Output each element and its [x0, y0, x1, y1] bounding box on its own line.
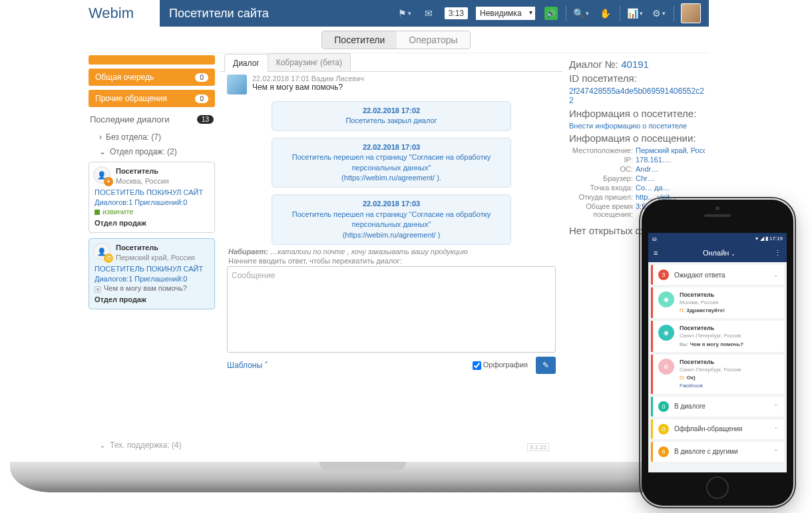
laptop-device: Webim Посетители сайта ⚑▾ ✉ 3:13 Невидим… [10, 0, 715, 492]
section-with-others[interactable]: 6 В диалоге с другими ⌃ [651, 442, 784, 462]
tab-visitors[interactable]: Посетители [322, 31, 397, 49]
visitor-last-msg: Чем я могу вам помочь? [95, 283, 209, 293]
phone-camera-icon [715, 206, 719, 210]
main-area: Общая очередь 0 Прочие обращения 0 После… [83, 53, 709, 452]
chat-tabs: Диалог Кобраузинг (бета) [220, 53, 562, 72]
kv-value: 178.161.… [636, 156, 705, 164]
logo[interactable]: Webim [83, 0, 160, 27]
pill-other-badge: 0 [195, 94, 208, 103]
system-link[interactable]: (https://webim.ru/agreement/ ). [341, 174, 441, 182]
sound-toggle[interactable]: 🔊 [542, 4, 560, 23]
user-avatar[interactable] [681, 3, 701, 23]
kv-value: Chr… [636, 174, 705, 182]
kv-key: Браузер: [569, 174, 636, 182]
visitor-dept: Отдел продаж [95, 295, 209, 305]
visitor-name: Посетитель [680, 325, 779, 333]
visitor-name: Посетитель [116, 243, 209, 253]
operator-avatar-icon [227, 75, 247, 94]
app-screen: Webim Посетители сайта ⚑▾ ✉ 3:13 Невидим… [83, 0, 709, 452]
chevron-down-icon: ⌄ [773, 271, 779, 278]
tab-dialog[interactable]: Диалог [224, 54, 268, 72]
phone-visitor-card[interactable]: ⊕ Посетитель Санкт-Петербург, Россия О: … [651, 355, 784, 394]
operator-message: 22.02.2018 17:01 Вадим Лисевич Чем я мог… [227, 75, 556, 94]
search-icon[interactable]: 🔍▾ [572, 4, 590, 23]
visitor-source: Facebook [680, 383, 779, 389]
spellcheck-checkbox[interactable] [473, 361, 481, 370]
phone-clock: 17:19 [769, 236, 783, 242]
visitor-name: Посетитель [680, 359, 779, 367]
message-input[interactable]: Сообщение [227, 266, 556, 353]
phone-title[interactable]: Онлайн ⌄ [664, 249, 774, 257]
visitor-location: Санкт-Петербург, Россия [680, 333, 779, 339]
operator-msg-text: Чем я могу вам помочь? [252, 83, 364, 92]
visitor-name: Посетитель [116, 166, 209, 176]
send-button[interactable]: ✎ [536, 357, 556, 374]
clock-badge-icon: ⏱ [104, 254, 113, 263]
visitor-location: Пермский край, Россия [116, 253, 209, 263]
system-message: 22.02.2018 17:02 Посетитель закрыл диало… [272, 101, 511, 131]
laptop-base [10, 462, 715, 492]
hand-icon[interactable]: ✋ [596, 4, 614, 23]
flag-icon[interactable]: ⚑▾ [395, 4, 414, 23]
operator-msg-head: 22.02.2018 17:01 Вадим Лисевич [252, 75, 364, 83]
tab-cobrowse[interactable]: Кобраузинг (бета) [268, 53, 351, 71]
home-button[interactable] [706, 476, 729, 499]
tab-operators[interactable]: Операторы [397, 31, 469, 49]
section-label: Ожидают ответа [674, 271, 725, 279]
version-label: 9.1.23 [527, 443, 549, 451]
visitor-id-link[interactable]: 2f247428555a4de5b069591406552c22 [569, 86, 705, 105]
phone-visitor-card[interactable]: ◉ Посетитель Москва, Россия П: Здравству… [651, 287, 784, 318]
mail-icon[interactable]: ✉ [419, 4, 438, 23]
phone-visitor-card[interactable]: ◉ Посетитель Санкт-Петербург, Россия Вы:… [651, 321, 784, 351]
kv-key: Откуда пришел: [569, 193, 636, 201]
count-badge: 0 [658, 401, 669, 412]
app-header: Webim Посетители сайта ⚑▾ ✉ 3:13 Невидим… [83, 0, 709, 27]
logo-text: Webim [89, 5, 134, 22]
system-ts: 22.02.2018 17:03 [279, 199, 504, 209]
enter-visitor-info-link[interactable]: Внести информацию о посетителе [569, 122, 705, 130]
menu-icon[interactable]: ≡ [654, 249, 658, 257]
visitor-avatar-icon: ◉ [658, 291, 674, 307]
templates-link[interactable]: Шаблоны ˄ [227, 361, 268, 370]
phone-more-icon[interactable]: ⋮ [774, 249, 781, 257]
about-visit-title: Информация о посещении: [569, 132, 705, 144]
system-text: Посетитель перешел на страницу "Согласие… [279, 152, 504, 173]
stats-icon[interactable]: 📊▾ [626, 4, 644, 23]
dept-support[interactable]: Тех. поддержка: (4) [83, 438, 220, 452]
kv-key: IP: [569, 156, 636, 164]
chat-body: 22.02.2018 17:01 Вадим Лисевич Чем я мог… [220, 72, 562, 452]
visitor-dept: Отдел продаж [95, 218, 209, 228]
reply-hint: Начните вводить ответ, чтобы перехватить… [228, 257, 556, 265]
recent-dialogs-label: Последние диалоги [90, 114, 170, 124]
section-offline[interactable]: 0 Оффлайн-обращения ⌃ [651, 419, 784, 439]
pill-other[interactable]: Прочие обращения 0 [89, 90, 215, 107]
count-badge: 3 [658, 269, 669, 280]
status-select-input[interactable]: Невидимка [476, 7, 535, 20]
phone-header: ≡ Онлайн ⌄ ⋮ [648, 244, 787, 262]
section-label: В диалоге с другими [674, 448, 737, 455]
system-link[interactable]: (https://webim.ru/agreement/ ) [343, 231, 441, 239]
settings-icon[interactable]: ⚙▾ [650, 4, 668, 23]
dialog-id-link[interactable]: 40191 [621, 59, 649, 70]
pill-other-label: Прочие обращения [95, 94, 167, 103]
section-in-dialog[interactable]: 0 В диалоге ⌃ [651, 397, 784, 417]
spellcheck-toggle[interactable]: Орфография [473, 361, 528, 370]
kv-key: Общее время посещения: [569, 202, 636, 218]
timer-badge: 3:13 [445, 7, 468, 19]
status-select[interactable]: Невидимка [472, 7, 539, 20]
dept-sales[interactable]: Отдел продаж: (2) [83, 144, 220, 159]
kv-key: Точка входа: [569, 184, 636, 192]
visitor-location: Санкт-Петербург, Россия [680, 367, 779, 373]
pill-queue[interactable]: Общая очередь 0 [89, 69, 215, 86]
chevron-up-icon: ⌃ [773, 403, 779, 410]
plus-badge-icon: + [104, 177, 113, 186]
pill-mine[interactable] [89, 55, 215, 65]
visitor-last-msg: извините [95, 207, 209, 217]
dept-none[interactable]: Без отдела: (7) [83, 130, 220, 144]
system-ts: 22.02.2018 17:02 [279, 106, 504, 116]
count-badge: 6 [658, 446, 669, 457]
visitor-card[interactable]: 👤 + Посетитель Москва, Россия ПОСЕТИТЕЛЬ… [89, 162, 215, 233]
visitor-card-selected[interactable]: 👤 ⏱ Посетитель Пермский край, Россия ПОС… [89, 238, 215, 309]
phone-device: ω ▾ ◢ ▮ 17:19 ≡ Онлайн ⌄ ⋮ 3 Ожидают отв… [642, 200, 793, 506]
section-waiting[interactable]: 3 Ожидают ответа ⌄ [651, 265, 784, 285]
